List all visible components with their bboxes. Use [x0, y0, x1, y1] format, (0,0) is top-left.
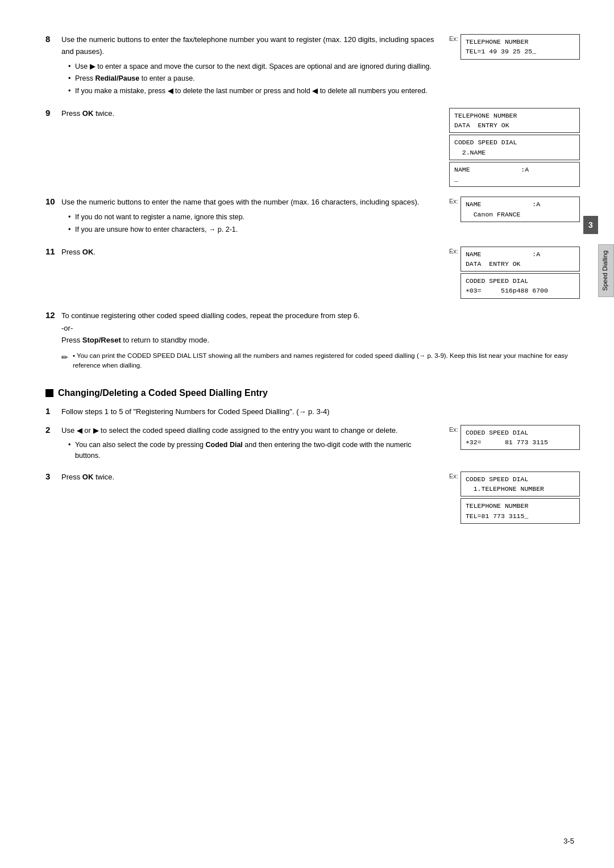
- step-12-number: 12: [45, 310, 61, 320]
- chg-step-2-layout: Use ◀ or ▶ to select the coded speed dia…: [61, 425, 580, 465]
- chg-step-2-lcd: CODED SPEED DIAL ∗32= 81 773 3115: [460, 425, 580, 450]
- chg-step-3-ex-content: CODED SPEED DIAL 1.TELEPHONE NUMBER TELE…: [460, 471, 580, 525]
- chg-step-3-text-col: Press OK twice.: [61, 471, 438, 483]
- chapter-tab: 3: [583, 216, 598, 234]
- step-11-content: Press OK. Ex: NAME :A DATA ENTRY OK CODE…: [61, 247, 580, 302]
- chg-step-2: 2 Use ◀ or ▶ to select the coded speed d…: [45, 425, 580, 465]
- step-8-bullet-3: If you make a mistake, press ◀ to delete…: [68, 86, 438, 97]
- step-10-ex-row: Ex: NAME :A Canon FRANCE: [449, 197, 580, 224]
- step-8: 8 Use the numeric buttons to enter the f…: [45, 34, 580, 100]
- chg-step-1-num: 1: [45, 406, 61, 416]
- step-8-ex-content: TELEPHONE NUMBER TEL=1 49 39 25 25_: [460, 34, 580, 61]
- section-square-icon: [45, 389, 53, 397]
- step-8-number: 8: [45, 34, 61, 44]
- step-10-bullet-2: If you are unsure how to enter character…: [68, 224, 438, 235]
- step-11-ex-row: Ex: NAME :A DATA ENTRY OK CODED SPEED DI…: [449, 247, 580, 301]
- step-8-bullet-2: Press Redial/Pause to enter a pause.: [68, 73, 438, 84]
- step-12-text: To continue registering other coded spee…: [61, 310, 580, 322]
- step-11-lcd-2: CODED SPEED DIAL ∗03= 516p488 6700: [460, 273, 580, 299]
- chg-step-2-ex-label: Ex:: [449, 425, 458, 433]
- chg-step-3-layout: Press OK twice. Ex: CODED SPEED DIAL 1.T…: [61, 471, 580, 527]
- chg-step-2-ex-row: Ex: CODED SPEED DIAL ∗32= 81 773 3115: [449, 425, 580, 452]
- chg-step-2-content: Use ◀ or ▶ to select the coded speed dia…: [61, 425, 580, 465]
- chg-step-3-ex-row: Ex: CODED SPEED DIAL 1.TELEPHONE NUMBER …: [449, 471, 580, 525]
- step-11-ex-label: Ex:: [449, 247, 458, 254]
- step-8-content: Use the numeric buttons to enter the fax…: [61, 34, 580, 100]
- step-12-content: To continue registering other coded spee…: [61, 310, 580, 375]
- chg-step-2-bullets: You can also select the code by pressing…: [61, 440, 438, 461]
- step-12-or: -or-: [61, 324, 580, 332]
- step-8-text-col: Use the numeric buttons to enter the fax…: [61, 34, 438, 100]
- step-12: 12 To continue registering other coded s…: [45, 310, 580, 375]
- step-9: 9 Press OK twice. TELEPHONE NUMBER DATA …: [45, 108, 580, 189]
- chg-step-3-num: 3: [45, 471, 61, 481]
- chg-step-1-text: Follow steps 1 to 5 of "Registering Numb…: [61, 406, 580, 418]
- step-11-number: 11: [45, 247, 61, 256]
- chg-step-2-bullet: You can also select the code by pressing…: [68, 440, 438, 461]
- page: Speed Dialling 3 8 Use the numeric butto…: [0, 0, 614, 868]
- step-10-number: 10: [45, 197, 61, 206]
- step-11-main-text: Press OK.: [61, 247, 438, 258]
- step-8-layout: Use the numeric buttons to enter the fax…: [61, 34, 580, 100]
- step-10-bullets: If you do not want to register a name, i…: [61, 212, 438, 235]
- step-9-lcd-3: NAME :A _: [449, 162, 580, 187]
- step-11-text: Press OK.: [61, 247, 438, 258]
- chg-step-3-display: Ex: CODED SPEED DIAL 1.TELEPHONE NUMBER …: [449, 471, 580, 527]
- chg-step-2-display: Ex: CODED SPEED DIAL ∗32= 81 773 3115: [449, 425, 580, 454]
- chg-step-3-content: Press OK twice. Ex: CODED SPEED DIAL 1.T…: [61, 471, 580, 527]
- step-10-content: Use the numeric buttons to enter the nam…: [61, 197, 580, 238]
- step-10-text-col: Use the numeric buttons to enter the nam…: [61, 197, 438, 238]
- step-9-lcd-2: CODED SPEED DIAL 2.NAME: [449, 135, 580, 160]
- step-11-display-col: Ex: NAME :A DATA ENTRY OK CODED SPEED DI…: [449, 247, 580, 302]
- step-10-bullet-1: If you do not want to register a name, i…: [68, 212, 438, 223]
- chg-step-3-ex-label: Ex:: [449, 471, 458, 479]
- changing-steps: 1 Follow steps 1 to 5 of "Registering Nu…: [45, 406, 580, 527]
- chg-step-3-text: Press OK twice.: [61, 471, 438, 483]
- step-10: 10 Use the numeric buttons to enter the …: [45, 197, 580, 238]
- page-number: 3-5: [563, 837, 574, 845]
- step-8-bullets: Use ▶ to enter a space and move the curs…: [61, 61, 438, 97]
- step-12-or-sub: Press Stop/Reset to return to standby mo…: [61, 335, 580, 347]
- step-10-ex-content: NAME :A Canon FRANCE: [460, 197, 580, 224]
- chg-step-3-lcd-2: TELEPHONE NUMBER TEL=81 773 3115_: [460, 498, 580, 524]
- speed-dialling-tab: Speed Dialling: [598, 244, 614, 297]
- step-8-lcd: TELEPHONE NUMBER TEL=1 49 39 25 25_: [460, 34, 580, 60]
- step-9-layout: Press OK twice. TELEPHONE NUMBER DATA EN…: [61, 108, 580, 189]
- step-11-layout: Press OK. Ex: NAME :A DATA ENTRY OK CODE…: [61, 247, 580, 302]
- chg-step-2-ex-content: CODED SPEED DIAL ∗32= 81 773 3115: [460, 425, 580, 452]
- chg-step-2-num: 2: [45, 425, 61, 435]
- step-8-bullet-1: Use ▶ to enter a space and move the curs…: [68, 61, 438, 72]
- step-10-display-col: Ex: NAME :A Canon FRANCE: [449, 197, 580, 226]
- step-11: 11 Press OK. Ex: NAME :A DATA ENTRY OK C…: [45, 247, 580, 302]
- chg-step-1-content: Follow steps 1 to 5 of "Registering Numb…: [61, 406, 580, 418]
- step-8-ex-label: Ex:: [449, 34, 458, 42]
- step-9-content: Press OK twice. TELEPHONE NUMBER DATA EN…: [61, 108, 580, 189]
- chg-step-2-text: Use ◀ or ▶ to select the coded speed dia…: [61, 425, 438, 437]
- step-12-note: ✏ • You can print the CODED SPEED DIAL L…: [61, 351, 580, 371]
- chg-step-3: 3 Press OK twice. Ex: CODED SPEED DIAL 1…: [45, 471, 580, 527]
- step-9-display-col: TELEPHONE NUMBER DATA ENTRY OK CODED SPE…: [449, 108, 580, 189]
- section-heading: Changing/Deleting a Coded Speed Dialling…: [45, 388, 580, 398]
- step-8-ex-row: Ex: TELEPHONE NUMBER TEL=1 49 39 25 25_: [449, 34, 580, 61]
- note-icon: ✏: [61, 352, 68, 364]
- step-10-layout: Use the numeric buttons to enter the nam…: [61, 197, 580, 238]
- step-10-text: Use the numeric buttons to enter the nam…: [61, 197, 438, 208]
- step-9-number: 9: [45, 108, 61, 118]
- step-11-lcd-1: NAME :A DATA ENTRY OK: [460, 247, 580, 272]
- step-9-main-text: Press OK twice.: [61, 108, 438, 120]
- step-10-ex-label: Ex:: [449, 197, 458, 205]
- step-8-text: Use the numeric buttons to enter the fax…: [61, 34, 438, 58]
- section-title: Changing/Deleting a Coded Speed Dialling…: [58, 388, 268, 398]
- step-9-lcd-1: TELEPHONE NUMBER DATA ENTRY OK: [449, 108, 580, 133]
- chg-step-2-text-col: Use ◀ or ▶ to select the coded speed dia…: [61, 425, 438, 465]
- step-10-lcd-1: NAME :A Canon FRANCE: [460, 197, 580, 222]
- step-12-note-text: • You can print the CODED SPEED DIAL LIS…: [73, 351, 580, 371]
- step-9-text: Press OK twice.: [61, 108, 438, 120]
- chg-step-3-lcd-1: CODED SPEED DIAL 1.TELEPHONE NUMBER: [460, 471, 580, 497]
- step-8-display-col: Ex: TELEPHONE NUMBER TEL=1 49 39 25 25_: [449, 34, 580, 63]
- step-11-ex-content: NAME :A DATA ENTRY OK CODED SPEED DIAL ∗…: [460, 247, 580, 301]
- chg-step-1: 1 Follow steps 1 to 5 of "Registering Nu…: [45, 406, 580, 418]
